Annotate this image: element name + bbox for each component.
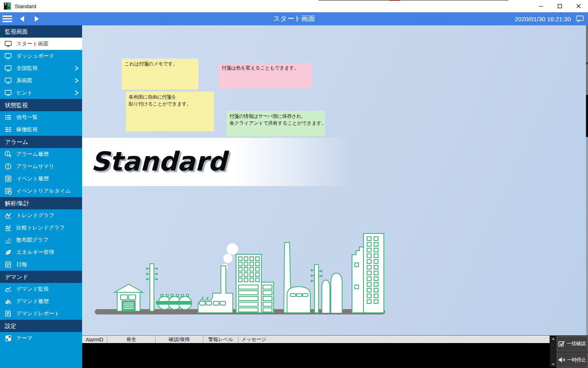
sidebar-item-event-realtime[interactable]: イベントリアルタイム [0,185,82,197]
sidebar-item-label: イベント履歴 [16,175,49,182]
sidebar-item-label: デマンド監視 [16,285,49,293]
sidebar-item-label: 稼働監視 [16,126,38,133]
action-label: 一時停止 [567,357,586,364]
alarm-column-label: AlarmID [86,337,103,343]
chevron-right-icon [74,77,79,84]
window-close-button[interactable] [569,0,588,12]
alarm-column-level[interactable]: 警報レベル [203,336,238,343]
monitor-icon [4,89,12,96]
hero-logo-text: Standard [91,138,227,186]
sidebar-item-daily-report[interactable]: 日報 [0,258,82,271]
sidebar-item-label: スタート画面 [16,40,49,47]
background-window-artifact [586,95,588,137]
sidebar-item-trend-graph[interactable]: トレンドグラフ [0,209,82,222]
event-history-icon [4,175,12,182]
sidebar-item-dashboard[interactable]: ダッシュボード [0,50,82,62]
alarm-column-ack-restore[interactable]: 確認/復帰 [156,336,203,343]
sticky-note[interactable]: 付箋は色を変えることもできます。 [219,63,312,88]
sidebar-item-label: デマンドレポート [16,310,60,317]
sidebar-item-label: 比較トレンドグラフ [16,224,65,231]
sidebar-item-alarm-summary[interactable]: アラームサマリ [0,160,82,173]
sidebar-item-compare-trend-graph[interactable]: 比較トレンドグラフ [0,222,82,234]
screen-title: スタート画面 [0,12,588,25]
sidebar-item-system-diagram[interactable]: 系統図 [0,74,82,87]
sidebar-item-theme[interactable]: テーマ [0,332,82,344]
sidebar-item-event-history[interactable]: イベント履歴 [0,173,82,185]
sidebar-item-scatter-graph[interactable]: 散布図グラフ [0,234,82,246]
chevron-right-icon [74,65,79,72]
pause-button[interactable]: 一時停止 [557,352,588,368]
sidebar-item-label: 散布図グラフ [16,236,49,244]
alarm-column-message[interactable]: メッセージ [238,336,550,343]
chevron-right-icon [74,90,79,96]
background-window-artifact [586,64,588,95]
sidebar-item-operation-monitor[interactable]: 稼働監視 [0,123,82,136]
app-logo-icon: PB [4,2,11,10]
sidebar-item-label: デマンド履歴 [16,298,49,305]
topbar-right: 2020/01/30 16:21:30 [514,12,584,25]
check-all-icon [558,340,565,347]
monitor-icon [4,40,12,47]
sticky-note-text: 付箋の情報はサーバ側に保存され、 [229,113,322,120]
confirm-all-button[interactable]: 一括確認 [557,336,588,352]
sidebar-item-label: 日報 [16,261,27,268]
sidebar-item-label: 信号一覧 [16,114,38,121]
sidebar-item-demand-monitor[interactable]: デマンド監視 [0,283,82,295]
sidebar-item-start-screen[interactable]: スタート画面 [0,38,82,50]
compare-trend-graph-icon [4,224,12,231]
sticky-note[interactable]: 付箋の情報はサーバ側に保存され、各クライアントで共有することができます。 [227,111,325,136]
sidebar-item-signal-list[interactable]: 信号一覧 [0,111,82,123]
sidebar-item-national-monitor[interactable]: 全国監視 [0,62,82,74]
top-navigation-bar: スタート画面 2020/01/30 16:21:30 [0,12,588,25]
alarm-column-alarm-id[interactable]: AlarmID [82,336,107,343]
sidebar-section-alarm: アラーム [0,136,82,148]
background-window-artifact [586,137,588,335]
sidebar-item-label: エネルギー管理 [16,249,54,256]
monitor-icon [4,52,12,60]
sticky-note-text: 各画面に自由に付箋を [129,94,211,101]
sidebar-item-demand-report[interactable]: デマンドレポート [0,307,82,320]
monitor-icon [4,77,12,84]
window-title: Standard [15,3,36,9]
window-maximize-button[interactable] [550,0,569,12]
sidebar-item-label: 全国監視 [16,65,38,72]
demand-report-icon [4,310,12,317]
checker-icon [4,334,12,342]
background-window-artifact [400,0,508,1]
sidebar-item-label: アラームサマリ [16,163,54,170]
alarm-column-occurred[interactable]: 発生 [107,336,156,343]
alarm-actions: 一括確認一時停止 [557,336,588,368]
alarm-column-label: メッセージ [241,336,266,343]
sidebar-item-alarm-history[interactable]: アラーム履歴 [0,148,82,160]
speaker-pause-icon [558,357,566,363]
alarm-column-label: 発生 [127,336,136,343]
sidebar-item-hint[interactable]: ヒント [0,87,82,99]
background-window-artifact [389,0,400,1]
window-minimize-button[interactable] [532,0,550,12]
demand-line-icon [4,285,12,293]
monitor-icon [4,65,12,72]
comment-icon[interactable] [576,15,584,22]
background-window-artifact [586,25,588,62]
demand-bar-icon [4,298,12,305]
sidebar-section-settings: 設定 [0,320,82,332]
city-skyline-illustration [95,231,385,315]
scatter-graph-icon [4,236,12,244]
sidebar-item-energy-management[interactable]: エネルギー管理 [0,246,82,258]
alarm-scrollbar[interactable] [550,337,556,367]
sticky-note[interactable]: 各画面に自由に付箋を貼り付けることができます。 [126,92,214,131]
alarm-column-label: 警報レベル [208,336,233,343]
event-realtime-icon [4,187,12,195]
alarm-table-body[interactable] [82,343,550,368]
scroll-down-icon[interactable] [552,364,555,366]
app-window: PB Standard スタート画面 2020/01/30 16:21:30 監… [0,0,588,368]
sidebar-item-demand-history[interactable]: デマンド履歴 [0,295,82,307]
scroll-up-icon[interactable] [552,338,555,340]
alarm-history-icon [4,150,12,158]
alarm-column-label: 確認/復帰 [169,336,189,343]
hero-band: Standard [82,138,352,186]
leaf-icon [4,249,12,256]
sticky-note-text: 付箋は色を変えることもできます。 [222,65,309,72]
sticky-note[interactable]: これは付箋のメモです。 [122,58,198,90]
document-icon [4,261,12,268]
